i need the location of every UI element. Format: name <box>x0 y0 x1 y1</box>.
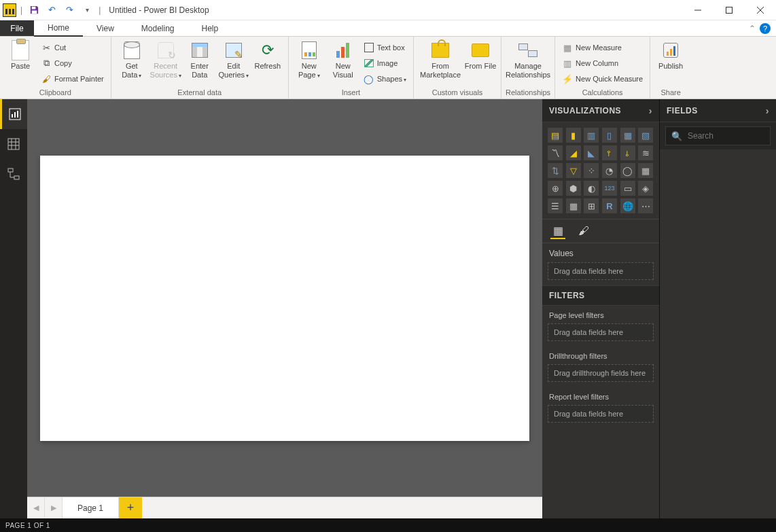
copy-button[interactable]: ⧉Copy <box>38 56 107 71</box>
viz-line-icon[interactable]: 〽 <box>548 145 563 160</box>
viz-area-icon[interactable]: ◢ <box>566 145 581 160</box>
collapse-ribbon-icon[interactable]: ⌃ <box>749 24 756 33</box>
cut-icon: ✂ <box>41 42 52 53</box>
new-column-button[interactable]: ▥New Column <box>559 56 646 71</box>
tab-file[interactable]: File <box>0 20 34 36</box>
viz-treemap-icon[interactable]: ▦ <box>638 163 653 178</box>
viz-table-icon[interactable]: ▦ <box>566 198 581 213</box>
recent-sources-button[interactable]: Recent Sources▾ <box>149 38 182 79</box>
values-drop-zone[interactable]: Drag data fields here <box>548 262 654 280</box>
viz-line-clustered-icon[interactable]: ⫰ <box>620 145 635 160</box>
paste-icon <box>12 40 29 60</box>
drillthrough-filters-label: Drillthrough filters <box>542 347 659 364</box>
viz-stacked-bar-icon[interactable]: ▤ <box>548 128 563 143</box>
canvas-scroll[interactable] <box>27 99 542 497</box>
page-tab-1[interactable]: Page 1 <box>63 497 119 518</box>
page-filters-drop-zone[interactable]: Drag data fields here <box>548 323 654 341</box>
filters-header[interactable]: FILTERS <box>542 285 659 306</box>
viz-100-bar-icon[interactable]: ▦ <box>620 128 635 143</box>
publish-icon <box>663 43 678 58</box>
report-view-button[interactable] <box>0 99 27 129</box>
shapes-button[interactable]: ◯Shapes▾ <box>361 71 409 86</box>
viz-kpi-icon[interactable]: ◈ <box>638 181 653 196</box>
from-file-button[interactable]: From File <box>464 38 497 71</box>
viz-waterfall-icon[interactable]: ⇅ <box>548 163 563 178</box>
cut-button[interactable]: ✂Cut <box>38 40 107 55</box>
svg-rect-1 <box>726 7 733 13</box>
tab-home[interactable]: Home <box>34 20 83 37</box>
viz-more-icon[interactable]: ⋯ <box>638 198 653 213</box>
drillthrough-drop-zone[interactable]: Drag drillthrough fields here <box>548 364 654 382</box>
page-next-button[interactable]: ▶ <box>45 497 63 518</box>
viz-stacked-column-icon[interactable]: ▮ <box>566 128 581 143</box>
get-data-button[interactable]: Get Data▾ <box>116 38 148 79</box>
save-icon[interactable] <box>27 3 41 18</box>
undo-icon[interactable]: ↶ <box>44 3 59 18</box>
new-visual-button[interactable]: New Visual <box>327 38 359 79</box>
viz-arcgis-icon[interactable]: 🌐 <box>620 198 635 213</box>
maximize-button[interactable] <box>713 0 745 20</box>
fields-tab-icon[interactable]: ▦ <box>550 223 565 239</box>
format-painter-button[interactable]: 🖌Format Painter <box>38 71 107 86</box>
qat-customize-icon[interactable]: ▾ <box>80 3 94 18</box>
group-external-data: Get Data▾ Recent Sources▾ Enter Data Edi… <box>111 37 289 99</box>
enter-data-button[interactable]: Enter Data <box>183 38 216 79</box>
viz-scatter-icon[interactable]: ⁘ <box>584 163 599 178</box>
group-relationships: Manage Relationships Relationships <box>501 37 555 99</box>
redo-icon[interactable]: ↷ <box>62 3 77 18</box>
svg-rect-13 <box>8 169 13 172</box>
format-tab-icon[interactable]: 🖌 <box>576 223 591 239</box>
ribbon: Paste ✂Cut ⧉Copy 🖌Format Painter Clipboa… <box>0 37 776 99</box>
new-page-button[interactable]: New Page▾ <box>293 38 325 79</box>
refresh-button[interactable]: ⟳Refresh <box>251 38 284 71</box>
view-switcher <box>0 99 27 518</box>
new-quick-measure-button[interactable]: ⚡New Quick Measure <box>559 71 646 86</box>
visualizations-header[interactable]: VISUALIZATIONS › <box>542 99 659 122</box>
fields-search[interactable]: 🔍 <box>665 126 771 145</box>
tab-view[interactable]: View <box>83 20 128 36</box>
viz-clustered-bar-icon[interactable]: ▥ <box>584 128 599 143</box>
add-page-button[interactable]: + <box>119 497 142 518</box>
viz-ribbon-icon[interactable]: ≋ <box>638 145 653 160</box>
group-calculations-label: Calculations <box>559 87 646 99</box>
viz-multi-card-icon[interactable]: ▭ <box>620 181 635 196</box>
viz-stacked-area-icon[interactable]: ◣ <box>584 145 599 160</box>
minimize-button[interactable] <box>682 0 713 20</box>
page-prev-button[interactable]: ◀ <box>27 497 45 518</box>
viz-r-icon[interactable]: R <box>602 198 617 213</box>
fields-header[interactable]: FIELDS › <box>660 99 776 122</box>
viz-100-column-icon[interactable]: ▧ <box>638 128 653 143</box>
viz-card-icon[interactable]: 123 <box>602 181 617 196</box>
viz-clustered-column-icon[interactable]: ▯ <box>602 128 617 143</box>
manage-relationships-button[interactable]: Manage Relationships <box>506 38 550 79</box>
viz-map-icon[interactable]: ⊕ <box>548 181 563 196</box>
viz-slicer-icon[interactable]: ☰ <box>548 198 563 213</box>
report-page-canvas[interactable] <box>40 156 529 441</box>
search-input[interactable] <box>688 131 776 141</box>
publish-button[interactable]: Publish <box>654 38 687 71</box>
viz-filled-map-icon[interactable]: ⬢ <box>566 181 581 196</box>
viz-funnel-icon[interactable]: ▽ <box>566 163 581 178</box>
edit-queries-button[interactable]: Edit Queries▾ <box>217 38 250 79</box>
edit-queries-icon <box>226 43 242 58</box>
canvas-area: ◀ ▶ Page 1 + <box>27 99 542 518</box>
close-button[interactable] <box>745 0 776 20</box>
paste-button[interactable]: Paste <box>4 38 37 71</box>
viz-donut-icon[interactable]: ◯ <box>620 163 635 178</box>
viz-gauge-icon[interactable]: ◐ <box>584 181 599 196</box>
viz-matrix-icon[interactable]: ⊞ <box>584 198 599 213</box>
image-button[interactable]: Image <box>361 56 409 71</box>
model-view-button[interactable] <box>0 159 27 189</box>
viz-pie-icon[interactable]: ◔ <box>602 163 617 178</box>
viz-line-column-icon[interactable]: ⫯ <box>602 145 617 160</box>
report-filters-drop-zone[interactable]: Drag data fields here <box>548 405 654 423</box>
visualizations-title: VISUALIZATIONS <box>549 106 621 116</box>
tab-help[interactable]: Help <box>188 20 232 36</box>
text-box-button[interactable]: Text box <box>361 40 409 55</box>
new-measure-button[interactable]: ▦New Measure <box>559 40 646 55</box>
data-view-button[interactable] <box>0 129 27 159</box>
tab-modeling[interactable]: Modeling <box>128 20 188 36</box>
from-marketplace-button[interactable]: From Marketplace <box>418 38 463 79</box>
viz-toolbar: ▦ 🖌 <box>542 219 659 243</box>
help-icon[interactable]: ? <box>760 23 771 34</box>
